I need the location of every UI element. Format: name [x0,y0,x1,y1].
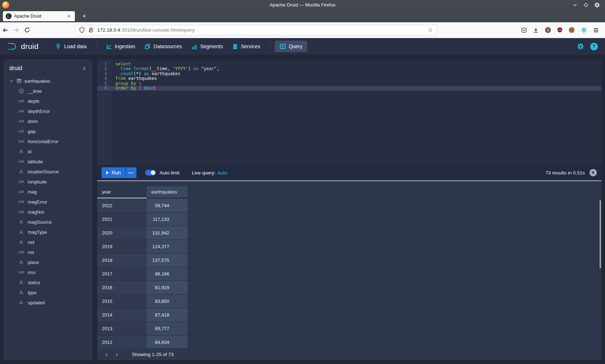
nav-item-services[interactable]: Services [228,41,265,52]
sidebar-table-earthquakes[interactable]: earthquakes [4,76,93,86]
sidebar-column-__time[interactable]: __time [4,86,93,96]
reload-icon[interactable] [22,27,32,33]
sidebar-column-type[interactable]: Atype [4,287,93,297]
sidebar-column-mag[interactable]: 123mag [4,187,93,197]
line-number: 5 [97,81,112,86]
ublock-icon[interactable]: UO [557,27,563,33]
cell-earthquakes[interactable]: 86,166 [147,267,188,281]
nav-item-segments[interactable]: Segments [187,41,228,52]
sidebar-column-locationSource[interactable]: AlocationSource [4,167,93,177]
cell-earthquakes[interactable]: 64,634 [147,336,188,348]
sidebar-column-place[interactable]: Aplace [4,257,93,267]
cell-year[interactable]: 2021 [97,213,147,226]
menu-icon[interactable] [593,27,599,33]
run-more-button[interactable]: ••• [126,167,136,178]
tab-close-icon[interactable]: × [66,13,72,19]
cookie-extension-icon[interactable] [568,27,575,33]
downloads-icon[interactable] [533,27,539,33]
shield-icon[interactable] [79,27,85,33]
privacy-extension-icon[interactable] [544,27,551,33]
run-button[interactable]: Run [102,167,125,178]
next-page-icon[interactable]: › [112,349,122,359]
sidebar-column-status[interactable]: Astatus [4,277,93,287]
sidebar-column-gap[interactable]: 123gap [4,126,93,136]
editor-line-5[interactable]: 5group by 1 [97,81,601,86]
window-minimize-icon[interactable] [573,2,578,8]
editor-line-6[interactable]: 6order by 1 desc [97,86,601,91]
sidebar-column-rms[interactable]: 123rms [4,267,93,277]
cell-year[interactable]: 2018 [97,254,147,267]
column-header-year[interactable]: year [97,186,147,197]
cell-year[interactable]: 2016 [97,281,147,294]
schema-sidebar: druid earthquakes __time123depth123depth… [4,59,93,360]
forward-icon[interactable] [11,27,22,33]
url-path: :30109/unified-console.html#query [120,27,194,33]
editor-line-2[interactable]: 2 time_format(__time, 'YYYY') as "year", [97,67,601,71]
sidebar-column-latitude[interactable]: 123latitude [4,156,93,167]
cell-earthquakes[interactable]: 117,133 [147,213,188,226]
help-icon[interactable]: ? [590,43,598,50]
sidebar-column-magType[interactable]: AmagType [4,227,93,237]
horizontal-scrollbar-thumb[interactable] [97,197,147,199]
sidebar-column-depth[interactable]: 123depth [4,96,93,106]
browser-tab[interactable]: Apache Druid × [3,11,75,21]
new-tab-button[interactable]: + [80,12,89,20]
table-row: 201369,777 [97,322,601,336]
live-query-selector[interactable]: Live query: Auto [192,170,228,176]
cell-earthquakes[interactable]: 69,777 [147,322,188,335]
editor-line-1[interactable]: 1select [97,62,601,67]
back-icon[interactable] [0,27,11,33]
nav-item-load-data[interactable]: Load data [50,41,91,52]
cell-year[interactable]: 2020 [97,226,147,240]
url-bar[interactable]: 172.18.0.4:30109/unified-console.html#qu… [75,25,437,36]
lock-insecure-icon[interactable] [88,27,94,33]
settings-gear-icon[interactable] [577,43,584,50]
sidebar-column-depthError[interactable]: 123depthError [4,106,93,116]
sidebar-column-updated[interactable]: Aupdated [4,297,93,308]
cell-earthquakes[interactable]: 137,575 [147,254,188,267]
cell-earthquakes[interactable]: 83,850 [147,295,188,308]
nav-item-ingestion[interactable]: Ingestion [101,41,140,52]
cell-earthquakes[interactable]: 81,919 [147,281,188,294]
editor-line-4[interactable]: 4from earthquakes [97,76,601,81]
column-header-earthquakes[interactable]: earthquakes [147,186,188,197]
cell-earthquakes[interactable]: 59,744 [147,199,188,212]
cell-year[interactable]: 2013 [97,322,147,335]
cell-year[interactable]: 2022 [97,199,147,212]
auto-limit-toggle[interactable] [145,170,156,176]
window-maximize-icon[interactable] [583,2,588,8]
sidebar-column-id[interactable]: Aid [4,146,93,156]
sidebar-column-net[interactable]: Anet [4,237,93,247]
clock-icon [18,88,25,94]
chevron-down-icon[interactable] [9,79,14,83]
druid-logo[interactable]: druid [5,42,41,51]
editor-line-3[interactable]: 3 count(*) as earthquakes [97,72,601,76]
cell-year[interactable]: 2014 [97,308,147,322]
sidebar-column-dmin[interactable]: 123dmin [4,116,93,126]
cell-year[interactable]: 2019 [97,240,147,253]
sidebar-column-magSource[interactable]: AmagSource [4,217,93,227]
sidebar-column-longitude[interactable]: 123longitude [4,177,93,187]
cell-earthquakes[interactable]: 87,418 [147,308,188,322]
cell-year[interactable]: 2012 [97,336,147,348]
previous-page-icon[interactable]: ‹ [102,349,112,359]
sidebar-column-magNst[interactable]: 123magNst [4,207,93,217]
sidebar-column-magError[interactable]: 123magError [4,197,93,207]
sidebar-column-horizontalError[interactable]: 123horizontalError [4,136,93,146]
sidebar-column-nst[interactable]: 123nst [4,247,93,257]
download-results-icon[interactable] [589,169,597,177]
sort-icon[interactable] [82,66,87,71]
theme-extension-icon[interactable] [581,27,587,33]
vertical-scrollbar-thumb[interactable] [600,200,601,268]
pocket-icon[interactable] [521,27,527,33]
window-close-icon[interactable] [594,2,600,8]
cell-year[interactable]: 2017 [97,267,147,281]
bookmark-star-icon[interactable]: ☆ [428,27,433,33]
nav-item-query[interactable]: Query [275,41,307,52]
cell-earthquakes[interactable]: 131,942 [147,226,188,240]
cell-year[interactable]: 2015 [97,295,147,308]
window-titlebar: Apache Druid — Mozilla Firefox [0,0,605,10]
cell-earthquakes[interactable]: 124,377 [147,240,188,253]
sql-editor[interactable]: 1select2 time_format(__time, 'YYYY') as … [97,59,601,165]
nav-item-datasources[interactable]: Datasources [140,41,187,52]
